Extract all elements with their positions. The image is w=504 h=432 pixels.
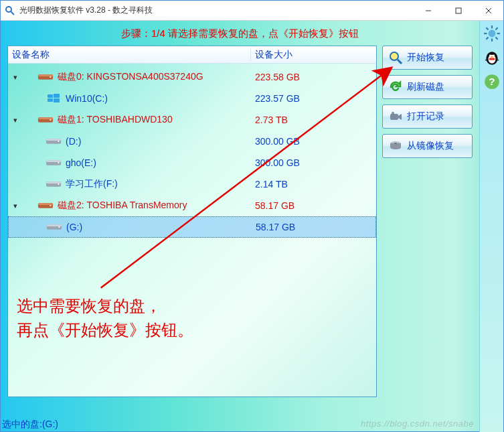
svg-point-54 xyxy=(394,143,397,144)
search-icon xyxy=(388,50,403,65)
svg-rect-28 xyxy=(48,98,53,102)
disk-row[interactable]: ▾磁盘0: KINGSTONSA400S37240G223.58 GB xyxy=(8,66,376,88)
partition-size: 223.57 GB xyxy=(251,93,376,104)
svg-point-41 xyxy=(58,184,59,185)
device-tree-panel: 设备名称 设备大小 ▾磁盘0: KINGSTONSA400S37240G223.… xyxy=(7,46,377,397)
partition-label: (G:) xyxy=(66,222,82,232)
disk-image-icon xyxy=(388,139,403,153)
svg-marker-51 xyxy=(398,114,402,120)
windows-logo-icon xyxy=(46,93,62,104)
svg-rect-50 xyxy=(390,114,398,120)
svg-rect-20 xyxy=(489,58,495,60)
column-header-size[interactable]: 设备大小 xyxy=(251,49,376,61)
drive-icon xyxy=(46,157,62,168)
partition-row[interactable]: Win10(C:)223.57 GB xyxy=(8,88,376,109)
help-icon[interactable]: ? xyxy=(483,73,501,90)
partition-label: (D:) xyxy=(66,136,81,147)
open-log-button[interactable]: 打开记录 xyxy=(382,104,473,129)
disk-label: 磁盘2: TOSHIBA TransMemory xyxy=(58,200,187,212)
recover-from-image-label: 从镜像恢复 xyxy=(407,140,454,152)
svg-rect-37 xyxy=(46,160,61,162)
svg-point-25 xyxy=(50,76,51,78)
hard-disk-icon xyxy=(37,115,54,125)
svg-point-47 xyxy=(58,226,60,228)
svg-point-32 xyxy=(50,119,51,121)
client-area: 步骤：1/4 请选择需要恢复的盘，点《开始恢复》按钮 设备名称 设备大小 ▾磁盘… xyxy=(1,21,479,431)
disk-size: 223.58 GB xyxy=(251,72,376,82)
minimize-button[interactable] xyxy=(413,1,443,20)
chevron-down-icon[interactable]: ▾ xyxy=(11,202,20,210)
partition-row[interactable]: (D:)300.00 GB xyxy=(8,131,376,152)
svg-rect-27 xyxy=(54,94,60,98)
svg-point-17 xyxy=(489,54,491,56)
partition-size: 58.17 GB xyxy=(252,222,375,232)
disk-row[interactable]: ▾磁盘1: TOSHIBAHDWD1302.73 TB xyxy=(8,109,376,131)
svg-point-19 xyxy=(490,56,493,58)
refresh-disk-label: 刷新磁盘 xyxy=(407,81,444,93)
svg-line-1 xyxy=(11,11,14,15)
chevron-down-icon[interactable]: ▾ xyxy=(11,116,20,125)
step-instruction: 步骤：1/4 请选择需要恢复的盘，点《开始恢复》按钮 xyxy=(1,21,479,46)
chevron-down-icon[interactable]: ▾ xyxy=(11,73,20,82)
svg-point-0 xyxy=(6,7,11,12)
tree-body[interactable]: ▾磁盘0: KINGSTONSA400S37240G223.58 GBWin10… xyxy=(8,64,376,238)
start-recovery-button[interactable]: 开始恢复 xyxy=(382,46,473,70)
status-bar: 选中的盘:(G:) xyxy=(1,419,58,431)
svg-rect-26 xyxy=(48,94,53,98)
app-icon xyxy=(5,5,15,16)
svg-rect-34 xyxy=(46,139,61,141)
partition-row[interactable]: 学习工作(F:)2.14 TB xyxy=(8,173,376,195)
action-buttons: 开始恢复 刷新磁盘 打开记录 xyxy=(382,46,473,397)
disk-row[interactable]: ▾磁盘2: TOSHIBA TransMemory58.17 GB xyxy=(8,195,376,216)
titlebar: 光明数据恢复软件 v3.28 - 数之寻科技 xyxy=(1,1,503,21)
svg-rect-31 xyxy=(38,117,53,119)
partition-label: 学习工作(F:) xyxy=(66,178,118,190)
window-controls xyxy=(413,1,503,20)
svg-rect-3 xyxy=(456,8,461,13)
svg-line-11 xyxy=(486,27,488,29)
svg-line-49 xyxy=(398,60,402,64)
svg-line-12 xyxy=(495,37,497,39)
svg-point-38 xyxy=(58,162,59,163)
svg-rect-43 xyxy=(38,203,53,205)
column-header-name[interactable]: 设备名称 xyxy=(8,49,251,61)
svg-point-52 xyxy=(392,112,394,115)
partition-label: gho(E:) xyxy=(66,157,96,168)
tree-header: 设备名称 设备大小 xyxy=(8,46,376,64)
svg-rect-24 xyxy=(38,74,53,76)
svg-rect-46 xyxy=(47,224,62,226)
svg-point-48 xyxy=(390,52,398,60)
disk-label: 磁盘0: KINGSTONSA400S37240G xyxy=(58,71,203,83)
partition-label: Win10(C:) xyxy=(66,93,108,104)
qq-penguin-icon[interactable] xyxy=(483,49,501,66)
drive-icon xyxy=(46,136,62,147)
svg-point-44 xyxy=(50,205,51,206)
svg-point-18 xyxy=(493,54,495,56)
start-recovery-label: 开始恢复 xyxy=(407,52,444,64)
recover-from-image-button[interactable]: 从镜像恢复 xyxy=(382,134,473,158)
svg-point-35 xyxy=(58,141,59,142)
main-row: 设备名称 设备大小 ▾磁盘0: KINGSTONSA400S37240G223.… xyxy=(1,46,479,397)
gear-icon[interactable] xyxy=(483,25,501,42)
svg-rect-29 xyxy=(54,98,60,102)
drive-icon xyxy=(46,222,62,232)
partition-size: 300.00 GB xyxy=(251,136,376,147)
hard-disk-icon xyxy=(37,200,54,211)
disk-size: 2.73 TB xyxy=(251,115,376,125)
partition-row[interactable]: (G:)58.17 GB xyxy=(8,216,376,238)
disk-size: 58.17 GB xyxy=(251,200,376,211)
svg-text:?: ? xyxy=(489,76,495,87)
window-title: 光明数据恢复软件 v3.28 - 数之寻科技 xyxy=(19,5,413,16)
drive-icon xyxy=(46,179,62,190)
camera-icon xyxy=(388,109,403,124)
disk-label: 磁盘1: TOSHIBAHDWD130 xyxy=(58,114,173,126)
svg-line-14 xyxy=(486,37,488,39)
svg-point-6 xyxy=(488,30,495,38)
close-button[interactable] xyxy=(473,1,503,20)
svg-rect-40 xyxy=(46,182,61,184)
maximize-button[interactable] xyxy=(443,1,473,20)
hard-disk-icon xyxy=(37,72,54,82)
partition-size: 300.00 GB xyxy=(251,157,376,168)
partition-row[interactable]: gho(E:)300.00 GB xyxy=(8,152,376,173)
refresh-disk-button[interactable]: 刷新磁盘 xyxy=(382,75,473,99)
